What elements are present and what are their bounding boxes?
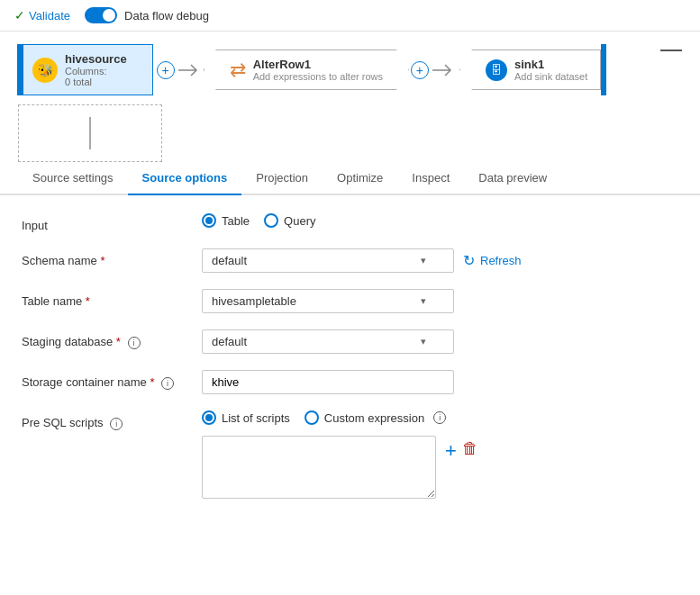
refresh-label: Refresh (480, 254, 522, 267)
schema-chevron-icon: ▾ (421, 255, 426, 266)
radio-query-label: Query (284, 214, 315, 228)
tabs: Source settings Source options Projectio… (0, 162, 700, 195)
source-node-name: hivesource (65, 52, 127, 66)
source-node-subtitle: Columns: 0 total (65, 66, 127, 87)
radio-table[interactable]: Table (202, 213, 250, 228)
radio-table-circle (202, 213, 216, 228)
table-name-row: Table name * hivesampletable ▾ (22, 289, 678, 313)
sink-node-name: sink1 (514, 58, 587, 71)
input-control: Table Query (202, 213, 678, 228)
table-chevron-icon: ▾ (421, 295, 426, 307)
tab-data-preview[interactable]: Data preview (464, 162, 561, 195)
storage-container-row: Storage container name * i (22, 370, 678, 394)
pipeline-canvas: 🐝 hivesource Columns: 0 total + (0, 32, 700, 162)
alter-node-info: AlterRow1 Add expressions to alter rows (253, 58, 383, 82)
pre-sql-radio-group: List of scripts Custom expression i (202, 410, 446, 425)
tab-optimize[interactable]: Optimize (323, 162, 397, 195)
table-name-select[interactable]: hivesampletable ▾ (202, 289, 454, 313)
add-button-1[interactable]: + (157, 61, 175, 79)
storage-required-marker: * (150, 375, 154, 389)
staging-required-marker: * (116, 335, 121, 348)
debug-label: Data flow debug (124, 9, 209, 23)
arrow-2 (432, 61, 459, 79)
pre-sql-info-icon[interactable]: i (110, 418, 123, 430)
top-bar: ✓ Validate Data flow debug (0, 0, 700, 32)
mini-canvas (18, 104, 162, 162)
schema-required-marker: * (100, 254, 105, 267)
radio-table-label: Table (222, 214, 250, 228)
script-textarea-wrap: + 🗑 (202, 436, 478, 499)
staging-database-select[interactable]: default ▾ (202, 329, 454, 354)
content-area: Input Table Query Schema name * default (0, 195, 700, 533)
sink-node-subtitle: Add sink dataset (514, 71, 587, 82)
input-label: Input (22, 213, 202, 232)
nodes-row: 🐝 hivesource Columns: 0 total + (18, 44, 682, 95)
schema-name-row: Schema name * default ▾ ↻ Refresh (22, 248, 678, 273)
validate-button[interactable]: ✓ Validate (14, 8, 70, 23)
radio-list-scripts-label: List of scripts (222, 411, 290, 425)
schema-name-label: Schema name * (22, 248, 202, 267)
debug-toggle-wrap: Data flow debug (85, 7, 209, 23)
alter-node-name: AlterRow1 (253, 58, 383, 71)
pre-sql-scripts-label: Pre SQL scripts i (22, 410, 202, 430)
arrow-1 (178, 61, 205, 79)
refresh-button[interactable]: ↻ Refresh (463, 252, 522, 269)
sink-icon: 🗄 (486, 59, 507, 81)
delete-script-icon[interactable]: 🗑 (462, 439, 478, 458)
script-textarea[interactable] (202, 436, 436, 499)
sink-node-info: sink1 Add sink dataset (514, 58, 587, 82)
staging-info-icon[interactable]: i (128, 337, 141, 349)
alter-row-node[interactable]: ⇄ AlterRow1 Add expressions to alter row… (204, 50, 409, 90)
right-blue-bar (601, 44, 606, 95)
source-node-info: hivesource Columns: 0 total (65, 52, 127, 87)
staging-database-label: Staging database * i (22, 329, 202, 349)
input-radio-group: Table Query (202, 213, 315, 228)
storage-container-label: Storage container name * i (22, 370, 202, 390)
staging-database-control: default ▾ (202, 329, 678, 354)
radio-custom-expression-circle (305, 410, 319, 425)
pre-sql-scripts-row: Pre SQL scripts i List of scripts Custom… (22, 410, 678, 499)
add-script-icon[interactable]: + (445, 439, 457, 463)
checkmark-icon: ✓ (14, 8, 25, 23)
mini-line (89, 117, 91, 149)
alter-node-subtitle: Add expressions to alter rows (253, 71, 383, 82)
input-row: Input Table Query (22, 213, 678, 232)
minimize-bar[interactable] (660, 50, 682, 51)
validate-label: Validate (29, 9, 70, 23)
radio-list-scripts[interactable]: List of scripts (202, 410, 290, 425)
staging-chevron-icon: ▾ (421, 336, 426, 347)
refresh-icon: ↻ (463, 252, 475, 269)
tab-projection[interactable]: Projection (241, 162, 323, 195)
staging-database-row: Staging database * i default ▾ (22, 329, 678, 354)
table-required-marker: * (86, 294, 90, 308)
custom-expression-info-icon[interactable]: i (433, 411, 446, 424)
schema-name-control: default ▾ ↻ Refresh (202, 248, 678, 273)
radio-query[interactable]: Query (264, 213, 315, 228)
table-name-control: hivesampletable ▾ (202, 289, 678, 313)
source-node[interactable]: 🐝 hivesource Columns: 0 total (23, 44, 153, 95)
pre-sql-scripts-control: List of scripts Custom expression i + 🗑 (202, 410, 678, 499)
radio-custom-expression-label: Custom expression (324, 411, 424, 425)
hive-icon: 🐝 (32, 58, 58, 83)
storage-info-icon[interactable]: i (161, 377, 174, 390)
schema-name-select[interactable]: default ▾ (202, 248, 454, 273)
sink-node[interactable]: 🗄 sink1 Add sink dataset (459, 50, 601, 90)
add-button-2[interactable]: + (411, 61, 429, 79)
radio-query-circle (264, 213, 278, 228)
radio-custom-expression[interactable]: Custom expression i (305, 410, 446, 425)
action-icons: + 🗑 (445, 436, 478, 463)
alter-icon: ⇄ (230, 59, 246, 82)
tab-inspect[interactable]: Inspect (397, 162, 464, 195)
table-name-label: Table name * (22, 289, 202, 308)
radio-list-scripts-circle (202, 410, 216, 425)
tab-source-options[interactable]: Source options (128, 162, 242, 195)
debug-toggle[interactable] (85, 7, 117, 23)
tab-source-settings[interactable]: Source settings (18, 162, 128, 195)
storage-container-control (202, 370, 678, 394)
storage-container-input[interactable] (202, 370, 454, 394)
